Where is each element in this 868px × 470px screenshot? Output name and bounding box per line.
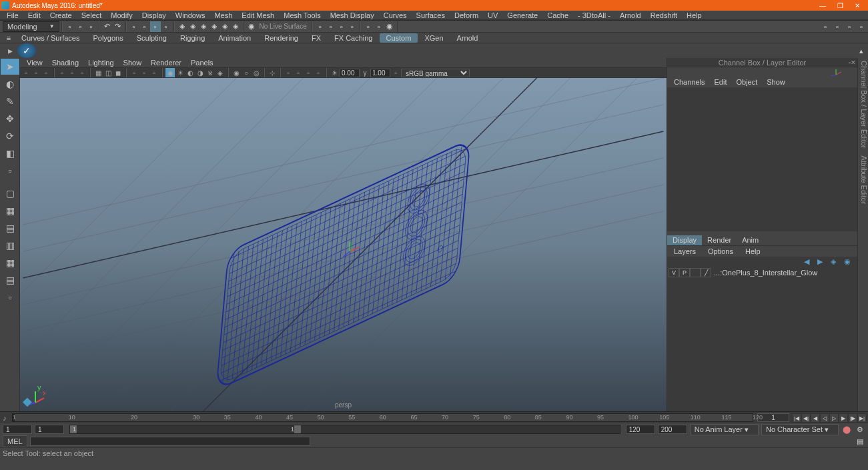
vp-joint-icon[interactable]: ▫ bbox=[149, 68, 159, 77]
menu-mesh-tools[interactable]: Mesh Tools bbox=[280, 11, 324, 19]
menu-display[interactable]: Display bbox=[138, 11, 170, 19]
layout-outliner-icon[interactable]: ▤ bbox=[1, 272, 19, 288]
shelf-tab-rendering[interactable]: Rendering bbox=[258, 33, 305, 43]
play-forward-button[interactable]: ▷ bbox=[829, 413, 839, 423]
step-forward-button[interactable]: ▶ bbox=[839, 413, 848, 423]
shelf-toggle-icon[interactable]: ▸ bbox=[3, 43, 17, 58]
vp-menu-renderer[interactable]: Renderer bbox=[147, 59, 185, 67]
vp-color-icon[interactable]: ▫ bbox=[391, 68, 400, 77]
menu-create[interactable]: Create bbox=[46, 11, 76, 19]
menu-redshift[interactable]: Redshift bbox=[646, 11, 681, 19]
go-end-button[interactable]: ▶| bbox=[857, 413, 867, 423]
scroll-up-icon[interactable]: ▴ bbox=[856, 45, 867, 56]
snap-surface-icon[interactable]: ◈ bbox=[220, 21, 230, 32]
move-layer-up-icon[interactable]: ◀ bbox=[804, 257, 813, 267]
layout-custom-icon[interactable]: ▫ bbox=[1, 289, 19, 305]
ch-menu-object[interactable]: Object bbox=[732, 78, 761, 86]
snap-curve-icon[interactable]: ◈ bbox=[187, 21, 198, 32]
anim-layer-select[interactable]: No Anim Layer ▾ bbox=[690, 424, 759, 435]
vp-gate-icon[interactable]: ▫ bbox=[67, 68, 77, 77]
vp-motion-icon[interactable]: ※ bbox=[205, 68, 215, 77]
render-icon[interactable]: ▫ bbox=[363, 21, 374, 32]
shelf-tab-custom[interactable]: Custom bbox=[380, 33, 418, 43]
timeline-ruler[interactable]: 1102030354045505560657075808590951001051… bbox=[12, 413, 753, 422]
shelf-tab-curves-surfaces[interactable]: Curves / Surfaces bbox=[15, 33, 86, 43]
select-by-hierarchy-icon[interactable]: ▫ bbox=[129, 21, 139, 32]
history3-icon[interactable]: ▫ bbox=[336, 21, 347, 32]
toggle-channel-icon[interactable]: ▫ bbox=[820, 21, 831, 32]
vp-spot-icon[interactable]: ◉ bbox=[232, 68, 241, 77]
auto-key-icon[interactable]: ⬤ bbox=[841, 424, 852, 435]
layout-single-icon[interactable]: ▢ bbox=[1, 185, 19, 201]
live-surface-icon[interactable]: ◉ bbox=[246, 21, 257, 32]
script-lang-button[interactable]: MEL bbox=[3, 435, 27, 447]
character-set-select[interactable]: No Character Set ▾ bbox=[761, 424, 839, 435]
layer-color-cell[interactable]: ╱ bbox=[701, 268, 711, 277]
layer-visible-cell[interactable]: V bbox=[669, 268, 679, 277]
vp-menu-lighting[interactable]: Lighting bbox=[84, 59, 118, 67]
step-back-button[interactable]: ◀ bbox=[811, 413, 820, 423]
vp-poly-icon[interactable]: ▫ bbox=[294, 68, 303, 77]
layer-playback-cell[interactable]: P bbox=[679, 268, 690, 277]
menu-modify[interactable]: Modify bbox=[107, 11, 136, 19]
new-scene-icon[interactable]: ▫ bbox=[65, 21, 75, 32]
layer-menu-options[interactable]: Options bbox=[704, 247, 737, 255]
vp-menu-shading[interactable]: Shading bbox=[48, 59, 83, 67]
viewport-3d[interactable]: persp yx ◆ bbox=[20, 78, 667, 411]
gamma-input[interactable] bbox=[370, 69, 390, 77]
select-tool[interactable]: ➤ bbox=[1, 59, 19, 75]
vp-film-icon[interactable]: ▫ bbox=[57, 68, 67, 77]
shelf-tab-animation[interactable]: Animation bbox=[211, 33, 258, 43]
go-start-button[interactable]: |◀ bbox=[792, 413, 801, 423]
new-layer-selected-icon[interactable]: ◉ bbox=[844, 257, 853, 267]
lasso-tool[interactable]: ◐ bbox=[1, 76, 19, 92]
ch-menu-channels[interactable]: Channels bbox=[670, 78, 709, 86]
menu--3dtoall-[interactable]: - 3DtoAll - bbox=[574, 11, 614, 19]
ch-menu-show[interactable]: Show bbox=[763, 78, 789, 86]
vp-select-camera-icon[interactable]: ▫ bbox=[21, 68, 31, 77]
new-layer-icon[interactable]: ◈ bbox=[831, 257, 840, 267]
toggle-tool-icon[interactable]: ▫ bbox=[832, 21, 843, 32]
move-layer-down-icon[interactable]: ▶ bbox=[817, 257, 827, 267]
open-scene-icon[interactable]: ▫ bbox=[75, 21, 86, 32]
range-end-input[interactable] bbox=[626, 425, 655, 434]
toggle-model-icon[interactable]: ▫ bbox=[856, 21, 867, 32]
menu-edit[interactable]: Edit bbox=[24, 11, 45, 19]
save-scene-icon[interactable]: ▫ bbox=[86, 21, 97, 32]
scale-tool[interactable]: ◧ bbox=[1, 145, 19, 161]
vp-menu-show[interactable]: Show bbox=[119, 59, 146, 67]
vp-point-icon[interactable]: ○ bbox=[242, 68, 251, 77]
shelf-tab-rigging[interactable]: Rigging bbox=[173, 33, 211, 43]
range-handle-right[interactable] bbox=[294, 425, 301, 433]
anim-end-input[interactable] bbox=[658, 425, 687, 434]
layer-tab-anim[interactable]: Anim bbox=[737, 235, 764, 245]
redo-icon[interactable]: ↷ bbox=[113, 21, 123, 32]
vp-ao-icon[interactable]: ◑ bbox=[195, 68, 205, 77]
menu-curves[interactable]: Curves bbox=[380, 11, 411, 19]
vp-wire-icon[interactable]: ◫ bbox=[103, 68, 113, 77]
menu-edit-mesh[interactable]: Edit Mesh bbox=[238, 11, 278, 19]
vp-nurbs-icon[interactable]: ▫ bbox=[304, 68, 313, 77]
layer-menu-layers[interactable]: Layers bbox=[670, 247, 700, 255]
range-slider[interactable]: 120 1 bbox=[69, 425, 620, 434]
menu-mesh-display[interactable]: Mesh Display bbox=[326, 11, 378, 19]
move-tool[interactable]: ✥ bbox=[1, 111, 19, 127]
shelf-tab-arnold[interactable]: Arnold bbox=[450, 33, 485, 43]
layout-graph-icon[interactable]: ▦ bbox=[1, 255, 19, 271]
layout-four-icon[interactable]: ▦ bbox=[1, 203, 19, 219]
menu-cache[interactable]: Cache bbox=[543, 11, 572, 19]
menu-select[interactable]: Select bbox=[77, 11, 106, 19]
step-forward-key-button[interactable]: |▶ bbox=[848, 413, 857, 423]
maximize-button[interactable]: ❐ bbox=[835, 2, 845, 9]
history2-icon[interactable]: ▫ bbox=[326, 21, 336, 32]
vp-textured-icon[interactable]: ◉ bbox=[165, 68, 175, 77]
menu-file[interactable]: File bbox=[3, 11, 23, 19]
layer-tab-display[interactable]: Display bbox=[667, 235, 702, 245]
tl-sound-icon[interactable]: ♪ bbox=[0, 412, 9, 423]
prefs-icon[interactable]: ⚙ bbox=[855, 424, 865, 435]
vp-gamma-icon[interactable]: γ bbox=[360, 68, 370, 77]
layer-type-cell[interactable] bbox=[690, 268, 701, 277]
minimize-button[interactable]: — bbox=[817, 2, 828, 9]
history4-icon[interactable]: ▫ bbox=[347, 21, 358, 32]
snap-point-icon[interactable]: ◈ bbox=[198, 21, 209, 32]
